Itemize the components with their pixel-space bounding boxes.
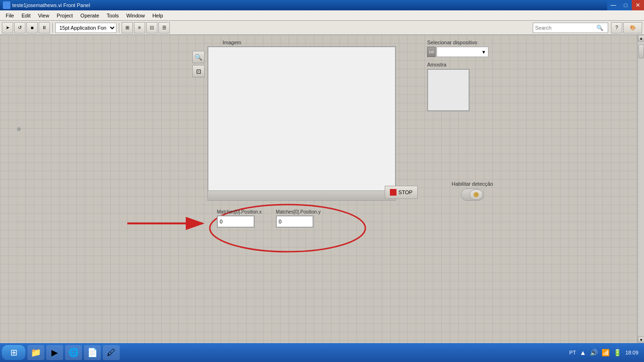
- habilitar-label: Habilitar detecção: [452, 181, 493, 187]
- red-arrow-annotation: [127, 209, 212, 239]
- menu-operate[interactable]: Operate: [77, 10, 103, 21]
- minimize-button[interactable]: —: [607, 0, 619, 10]
- palette-btn[interactable]: 🎨: [623, 22, 642, 33]
- progress-bar-container: [207, 190, 396, 201]
- start-button[interactable]: ⊞: [2, 345, 25, 360]
- selecionar-section: Selecionar dispositivo 1/0 ▼: [427, 40, 488, 57]
- taskbar-play-icon[interactable]: ▶: [46, 345, 63, 360]
- run-cont-btn[interactable]: ↺: [14, 22, 25, 33]
- taskbar-pdf-icon[interactable]: 📄: [84, 345, 101, 360]
- menu-view[interactable]: View: [34, 10, 53, 21]
- position-x-field: Matches[0].Position.x 0: [217, 209, 262, 228]
- stop-button[interactable]: STOP: [385, 186, 418, 199]
- language-indicator: PT: [570, 350, 576, 355]
- menu-project[interactable]: Project: [53, 10, 76, 21]
- side-scrollbar[interactable]: ▲ ▼: [637, 35, 644, 343]
- position-x-label: Matches[0].Position.x: [217, 209, 262, 214]
- selecionar-label: Selecionar dispositivo: [427, 40, 488, 45]
- taskbar-files-icon[interactable]: 📁: [27, 345, 44, 360]
- search-icon[interactable]: 🔍: [596, 25, 603, 31]
- distribute-btn[interactable]: ≡: [134, 22, 145, 33]
- menu-bar: File Edit View Project Operate Tools Win…: [0, 10, 644, 21]
- scroll-thumb[interactable]: [638, 44, 644, 58]
- zoom-fit-btn[interactable]: ⊡: [192, 65, 205, 77]
- stop-toolbar-btn[interactable]: ■: [26, 22, 38, 33]
- habilitar-toggle[interactable]: [461, 189, 484, 201]
- taskbar-browser-icon[interactable]: 🌐: [65, 345, 82, 360]
- progress-bar: [207, 190, 396, 201]
- menu-tools[interactable]: Tools: [103, 10, 123, 21]
- dropdown-arrow-icon: ▼: [481, 49, 486, 55]
- tray-up-icon[interactable]: ▲: [580, 349, 586, 356]
- title-bar: teste1josemathews.vi Front Panel — □ ✕: [0, 0, 644, 10]
- search-input[interactable]: [535, 25, 596, 31]
- right-panel: Selecionar dispositivo 1/0 ▼ Amostra: [427, 40, 488, 111]
- toggle-dot: [474, 192, 479, 197]
- zoom-in-btn[interactable]: 🔍: [192, 51, 205, 63]
- device-dropdown[interactable]: ▼: [437, 47, 488, 57]
- scroll-down[interactable]: ▼: [638, 337, 644, 343]
- image-viewer: [207, 46, 396, 192]
- sep2: [119, 23, 119, 33]
- order-btn[interactable]: ☰: [158, 22, 170, 33]
- amostra-label: Amostra: [427, 62, 488, 67]
- menu-help[interactable]: Help: [149, 10, 167, 21]
- window-controls: — □ ✕: [607, 0, 644, 10]
- help-btn[interactable]: ?: [611, 22, 622, 33]
- device-selector: 1/0 ▼: [427, 47, 488, 57]
- pause-btn[interactable]: ⏸: [39, 22, 50, 33]
- taskbar-edit-icon[interactable]: 🖊: [103, 345, 120, 360]
- resize-btn[interactable]: ⊡: [146, 22, 157, 33]
- position-y-input[interactable]: 0: [276, 215, 314, 228]
- clock: 18:09: [625, 350, 638, 355]
- image-panel: Imagem 🔍 ⊡: [207, 40, 396, 192]
- align-btn[interactable]: ⊞: [122, 22, 133, 33]
- habilitar-section: Habilitar detecção: [452, 181, 493, 201]
- menu-file[interactable]: File: [2, 10, 18, 21]
- amostra-box: [427, 69, 470, 111]
- scroll-up[interactable]: ▲: [638, 35, 644, 41]
- run-arrow-btn[interactable]: ➤: [2, 22, 13, 33]
- sep1: [52, 23, 53, 33]
- window-title: teste1josemathews.vi Front Panel: [12, 2, 90, 8]
- stop-label: STOP: [398, 189, 413, 195]
- menu-window[interactable]: Window: [123, 10, 149, 21]
- tray-network-icon[interactable]: 📶: [602, 349, 610, 356]
- position-y-label: Matches[0].Position.y: [276, 209, 321, 214]
- toolbar: ➤ ↺ ■ ⏸ 15pt Application Font ⊞ ≡ ⊡ ☰ 🔍 …: [0, 21, 644, 35]
- position-x-input[interactable]: 0: [217, 215, 255, 228]
- app-icon: [3, 1, 10, 9]
- main-area: ▲ ▼ Imagem 🔍 ⊡ Selecionar dispositivo 1/…: [0, 35, 644, 343]
- close-button[interactable]: ✕: [632, 0, 644, 10]
- menu-edit[interactable]: Edit: [18, 10, 34, 21]
- image-label: Imagem: [223, 40, 241, 45]
- taskbar-tray: PT ▲ 🔊 📶 🔋 18:09: [570, 349, 642, 356]
- device-indicator: 1/0: [427, 47, 436, 57]
- position-fields: Matches[0].Position.x 0 Matches[0].Posit…: [217, 209, 321, 228]
- amostra-section: Amostra: [427, 62, 488, 111]
- maximize-button[interactable]: □: [619, 0, 632, 10]
- tray-speaker-icon[interactable]: 🔊: [590, 349, 598, 356]
- taskbar: ⊞ 📁 ▶ 🌐 📄 🖊 PT ▲ 🔊 📶 🔋 18:09: [0, 343, 644, 362]
- toggle-knob: [470, 189, 483, 200]
- search-container: 🔍: [533, 23, 608, 33]
- stop-icon: [390, 189, 396, 196]
- font-selector[interactable]: 15pt Application Font: [55, 23, 116, 33]
- position-y-field: Matches[0].Position.y 0: [276, 209, 321, 228]
- zoom-controls: 🔍 ⊡: [192, 51, 205, 77]
- tray-battery-icon[interactable]: 🔋: [613, 349, 621, 356]
- left-hint-dot: [17, 127, 21, 131]
